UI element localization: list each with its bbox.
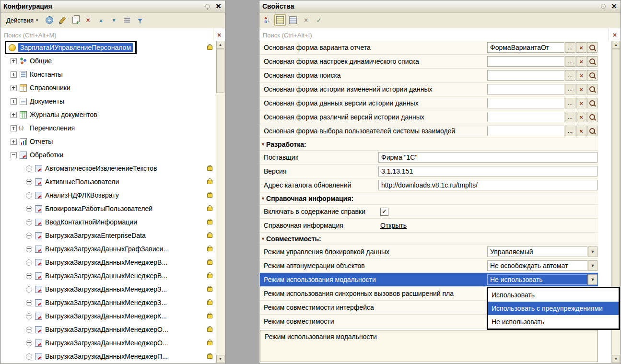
scroll-up-icon[interactable]: ▲	[612, 41, 620, 49]
expand-icon[interactable]	[26, 313, 32, 319]
scrollbar-thumb[interactable]	[612, 49, 620, 298]
combo-value-field[interactable]: Не освобождать автомат	[487, 260, 587, 271]
property-row-object-autonumbering-mode[interactable]: Режим автонумерации объектов Не освобожд…	[260, 259, 598, 273]
dropdown-button[interactable]: ▼	[588, 260, 598, 271]
scroll-up-icon[interactable]: ▲	[216, 41, 224, 49]
clear-button[interactable]: ×	[576, 98, 586, 108]
expand-icon[interactable]	[26, 206, 32, 212]
tree-item-enumerations[interactable]: Перечисления	[1, 121, 216, 135]
choose-button[interactable]: ...	[565, 70, 575, 81]
expand-icon[interactable]	[11, 112, 17, 118]
category-development[interactable]: ▾ Разработка:	[260, 138, 598, 151]
pin-icon[interactable]	[205, 4, 210, 9]
sort-alphabetical-button[interactable]: АЯ ↓	[261, 14, 273, 26]
tree-item-processor[interactable]: АнализНДФЛКВозврату	[1, 188, 216, 202]
open-button[interactable]	[587, 84, 598, 94]
property-row-dynamic-list-settings-form[interactable]: Основная форма настроек динамического сп…	[260, 55, 598, 69]
search-clear-button[interactable]: ×	[609, 28, 621, 42]
property-row-modality-usage-mode[interactable]: Режим использования модальности Не испол…	[260, 273, 598, 287]
sort-button[interactable]	[121, 14, 133, 26]
actions-button[interactable]: Действия ▾	[2, 14, 42, 26]
delete-button[interactable]: ×	[82, 14, 94, 26]
tree-item-processor[interactable]: АвтоматическоеИзвлечениеТекстов	[1, 162, 216, 175]
form-value-field[interactable]	[487, 84, 564, 94]
expand-icon[interactable]	[11, 139, 17, 145]
collapse-icon[interactable]	[11, 152, 17, 158]
text-value-field[interactable]: 3.1.13.151	[378, 166, 598, 176]
tree-item-processor[interactable]: АктивныеПользователи	[1, 175, 216, 188]
form-value-field[interactable]	[487, 98, 564, 108]
dropdown-option[interactable]: Не использовать	[488, 315, 619, 329]
dropdown-button[interactable]: ▼	[588, 247, 598, 257]
expand-icon[interactable]	[26, 165, 32, 172]
expand-icon[interactable]	[11, 58, 17, 64]
scrollbar-thumb[interactable]	[216, 49, 224, 93]
property-row-history-version-diff-form[interactable]: Основная форма различий версий истории д…	[260, 110, 598, 124]
tree-item-catalogs[interactable]: Справочники	[1, 81, 216, 94]
expand-icon[interactable]	[26, 192, 32, 199]
clear-button[interactable]: ×	[576, 126, 586, 136]
search-clear-button[interactable]: ×	[213, 28, 225, 42]
property-row-update-catalog-address[interactable]: Адрес каталога обновлений http://downloa…	[260, 178, 598, 192]
form-value-field[interactable]	[487, 70, 564, 81]
dropdown-button[interactable]: ▼	[588, 274, 598, 285]
tree-item-constants[interactable]: Константы	[1, 68, 216, 81]
property-row-search-form[interactable]: Основная форма поиска ... ×	[260, 69, 598, 82]
apply-button[interactable]: ✓	[313, 14, 325, 26]
copy-button[interactable]	[70, 14, 81, 26]
open-button[interactable]	[587, 70, 598, 81]
categorized-view-button[interactable]	[274, 14, 286, 26]
text-value-field[interactable]: http://downloads.v8.1c.ru/tmplts/	[378, 180, 598, 190]
tree-item-processor[interactable]: ВыгрузкаЗагрузкаДанныхМенеджерВ...	[1, 269, 216, 282]
tree-item-reports[interactable]: Отчеты	[1, 135, 216, 148]
tree-item-processor[interactable]: ВыгрузкаЗагрузкаДанныхМенеджерК...	[1, 309, 216, 323]
clear-button[interactable]: ×	[576, 42, 586, 53]
open-button[interactable]	[587, 126, 598, 136]
choose-button[interactable]: ...	[565, 126, 575, 136]
choose-button[interactable]: ...	[565, 84, 575, 94]
search-input[interactable]: Поиск (Ctrl+Alt+I)	[259, 28, 609, 42]
tree-item-data-processors[interactable]: Обработки	[1, 148, 216, 162]
property-row-vendor[interactable]: Поставщик Фирма "1С"	[260, 151, 598, 164]
expand-icon[interactable]	[11, 71, 17, 78]
clear-button[interactable]: ×	[576, 70, 586, 81]
expand-icon[interactable]	[26, 233, 32, 239]
expand-icon[interactable]	[26, 179, 32, 185]
property-row-history-changes-form[interactable]: Основная форма истории изменений истории…	[260, 82, 598, 96]
expand-icon[interactable]	[26, 340, 32, 346]
property-row-history-version-data-form[interactable]: Основная форма данных версии истории дан…	[260, 96, 598, 110]
tree-item-processor[interactable]: ВыгрузкаЗагрузкаДанныхМенеджерЗ...	[1, 296, 216, 309]
search-input[interactable]: Поиск (Ctrl+Alt+M)	[0, 28, 213, 42]
filter-button[interactable]	[134, 14, 146, 26]
tree-item-documents[interactable]: Документы	[1, 94, 216, 108]
expand-icon[interactable]	[26, 327, 32, 333]
edit-button[interactable]	[57, 14, 68, 26]
property-row-users-choice-form[interactable]: Основная форма выбора пользователей сист…	[260, 124, 598, 138]
open-link[interactable]: Открыть	[380, 222, 407, 229]
text-value-field[interactable]: Фирма "1С"	[378, 152, 598, 163]
property-row-data-lock-control-mode[interactable]: Режим управления блокировкой данных Упра…	[260, 245, 598, 259]
open-button[interactable]	[587, 112, 598, 122]
combo-value-field[interactable]: Управляемый	[487, 247, 587, 257]
close-icon[interactable]: ×	[215, 2, 222, 11]
choose-button[interactable]: ...	[565, 56, 575, 67]
expand-icon[interactable]	[11, 98, 17, 105]
dropdown-option[interactable]: Использовать	[488, 288, 619, 302]
clear-button[interactable]: ×	[576, 112, 586, 122]
tree-item-processor[interactable]: ВыгрузкаЗагрузкаДанныхМенеджерО...	[1, 323, 216, 336]
expand-icon[interactable]	[26, 353, 32, 360]
clear-button[interactable]: ×	[576, 84, 586, 94]
pin-icon[interactable]	[601, 4, 606, 9]
form-value-field[interactable]	[487, 126, 564, 136]
tree-item-document-journals[interactable]: Журналы документов	[1, 108, 216, 121]
clear-value-button[interactable]: ×	[300, 14, 312, 26]
expand-icon[interactable]	[26, 219, 32, 225]
property-row-help-info[interactable]: Справочная информация Открыть	[260, 219, 598, 233]
tree-item-processor[interactable]: ВыгрузкаЗагрузкаДанныхМенеджерВ...	[1, 256, 216, 269]
scroll-down-icon[interactable]: ▼	[612, 355, 620, 363]
category-help-info[interactable]: ▾ Справочная информация:	[260, 192, 598, 205]
property-row-include-in-help-contents[interactable]: Включать в содержание справки ✓	[260, 205, 598, 219]
expand-icon[interactable]	[26, 286, 32, 293]
form-value-field[interactable]: ФормаВариантаОт	[487, 42, 564, 53]
dropdown-option-highlighted[interactable]: Использовать с предупреждениями	[488, 302, 619, 315]
